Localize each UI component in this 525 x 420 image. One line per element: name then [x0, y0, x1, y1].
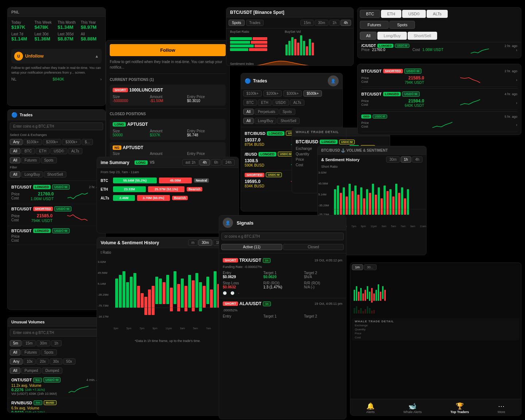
svg-rect-73 — [395, 184, 397, 215]
rt-tab-perps[interactable]: Perpetuals — [254, 109, 279, 115]
top-right-arrow-1[interactable]: › — [516, 48, 517, 55]
nav-spots[interactable]: Spots — [389, 21, 415, 29]
rt-100k[interactable]: $100k+ — [243, 90, 262, 97]
rs-30m[interactable]: 30m — [386, 156, 400, 163]
rt-coin-eth[interactable]: ETH — [258, 100, 272, 106]
vol-tab-any[interactable]: Any — [10, 358, 23, 365]
svg-rect-102 — [369, 308, 370, 314]
svg-rect-64 — [369, 193, 371, 215]
filter-any[interactable]: Any — [10, 139, 23, 145]
et1-pair: BTC/USDT — [361, 69, 382, 73]
filter-100k[interactable]: $100k+ — [23, 139, 42, 145]
nav-eth[interactable]: ETH — [381, 10, 401, 18]
btc-tab-spots[interactable]: Spots — [229, 20, 245, 26]
rt-500k[interactable]: $500k+ — [303, 90, 322, 97]
trades-search[interactable] — [10, 122, 103, 130]
rs-1h[interactable]: 1h — [401, 156, 411, 163]
nav-short-sell[interactable]: Short/Sell — [408, 32, 438, 40]
rs-4h[interactable]: 4h — [412, 156, 423, 163]
nav-whale-alerts[interactable]: 🐋 Whale Alerts — [403, 402, 422, 414]
btc-tab-trades[interactable]: Trades — [246, 20, 264, 26]
nav-alts[interactable]: ALTs — [427, 10, 448, 18]
vol-tab-futures[interactable]: Futures — [21, 349, 40, 355]
volumes-multi-tabs: Any 10x 20x 30x 50x — [8, 357, 105, 366]
signals-tab-active[interactable]: Active (11) — [221, 244, 282, 250]
summary-eth-label: ETH — [101, 187, 111, 191]
nav-all-dir[interactable]: All — [360, 32, 377, 40]
vol-tab-30m[interactable]: 30m — [36, 340, 50, 346]
volumes-search[interactable] — [10, 329, 103, 337]
vol-tab-spots[interactable]: Spots — [41, 349, 57, 355]
vol-tab-20x[interactable]: 20x — [36, 358, 49, 365]
cost-exchanges-label: Select Cost & Exchanges — [8, 132, 105, 137]
nav-more[interactable]: ⋯ More — [498, 402, 505, 414]
nav-btc[interactable]: BTC — [360, 10, 380, 18]
tab-long-buy[interactable]: Long/Buy — [21, 171, 43, 178]
vol-tab-pumped[interactable]: Pumped — [21, 368, 41, 374]
follow-button[interactable]: Follow — [110, 44, 226, 56]
tab-short-sell[interactable]: Short/Sell — [44, 171, 66, 178]
nav-futures[interactable]: Futures — [360, 21, 389, 29]
signals-tab-closed[interactable]: Closed — [283, 244, 344, 250]
rt-tab-spots[interactable]: Spots — [279, 109, 295, 115]
rt-coin-alts[interactable]: ALTs — [290, 100, 304, 106]
summary-6h[interactable]: 6h — [211, 159, 221, 166]
vol-tab-1h[interactable]: 1h — [51, 340, 62, 346]
svg-rect-37 — [184, 286, 187, 311]
sent-tab-m[interactable]: m — [188, 240, 198, 246]
pnl-collapse[interactable]: ▲ — [95, 54, 99, 58]
svg-rect-83 — [360, 288, 362, 301]
tab-all-coins[interactable]: All — [10, 148, 20, 154]
vol-tab-50x[interactable]: 50x — [63, 358, 75, 365]
tab-all-types[interactable]: All — [10, 157, 20, 163]
nav-alerts[interactable]: 🔔 Alerts — [366, 402, 374, 414]
vol-tab-5m[interactable]: 5m — [10, 340, 22, 346]
rt-dir-all[interactable]: All — [243, 118, 254, 124]
vol-tab-dumped[interactable]: Dumped — [42, 368, 62, 374]
et3-arrow[interactable]: › — [516, 122, 517, 127]
vol-tab-all[interactable]: All — [10, 349, 20, 355]
filter-300k[interactable]: $300k+ — [62, 139, 81, 145]
rt3-badge2: USDC·M — [266, 172, 282, 177]
vol-tab-30x[interactable]: 30x — [50, 358, 62, 365]
et1-arrow[interactable]: › — [516, 78, 517, 82]
unfollow-button[interactable]: Unfollow — [25, 54, 44, 59]
et2-badge2: USD©·M — [402, 92, 420, 97]
app-30m[interactable]: 30... — [364, 264, 377, 270]
rt-coin-btc[interactable]: BTC — [243, 100, 257, 106]
rt-tab-all[interactable]: All — [243, 109, 254, 115]
tab-spots[interactable]: Spots — [41, 157, 57, 163]
btc-time-30m[interactable]: 30m — [315, 20, 328, 26]
tab-alts[interactable]: ALTs — [68, 148, 83, 154]
sent-tab-30m[interactable]: 30m — [198, 240, 212, 246]
nav-top-traders[interactable]: 🏆 Top Traders — [450, 402, 469, 414]
extra-trade-3: GED USDC·M 5 hr. ago Price Cost › — [361, 113, 517, 132]
signals-search[interactable] — [221, 233, 344, 240]
rt-200k[interactable]: $200k+ — [263, 90, 282, 97]
btc-time-4h[interactable]: 4h — [341, 20, 351, 26]
nav-usd[interactable]: USD© — [402, 10, 426, 18]
summary-1h[interactable]: ast 1h — [182, 159, 199, 166]
tab-futures[interactable]: Futures — [21, 157, 40, 163]
rt-coin-usd[interactable]: USD© — [272, 100, 289, 106]
tab-all-dir[interactable]: All — [10, 171, 20, 178]
tab-usd[interactable]: USD© — [50, 148, 67, 154]
et2-arrow[interactable]: › — [516, 101, 517, 105]
svg-rect-10 — [291, 37, 293, 55]
btc-time-15m[interactable]: 15m — [300, 20, 314, 26]
summary-4h[interactable]: 4h — [199, 159, 210, 166]
filter-sl[interactable]: $... — [82, 139, 93, 145]
vol-tab-all-dir[interactable]: All — [10, 368, 20, 374]
app-1m[interactable]: 1m — [352, 264, 363, 270]
rt-dir-short[interactable]: Short/Sell — [277, 118, 299, 124]
vol-tab-15m[interactable]: 15m — [22, 340, 36, 346]
tab-eth[interactable]: ETH — [36, 148, 50, 154]
filter-200k[interactable]: $200k+ — [43, 139, 61, 145]
vol-tab-10x[interactable]: 10x — [23, 358, 36, 365]
nav-long-buy[interactable]: Long/Buy — [377, 32, 407, 40]
tab-btc[interactable]: BTC — [21, 148, 35, 154]
btc-time-1h[interactable]: 1h — [329, 20, 340, 26]
summary-24h[interactable]: 24h — [222, 159, 235, 166]
rt-dir-long[interactable]: Long/Buy — [254, 118, 276, 124]
rt-300k[interactable]: $300k+ — [283, 90, 302, 97]
